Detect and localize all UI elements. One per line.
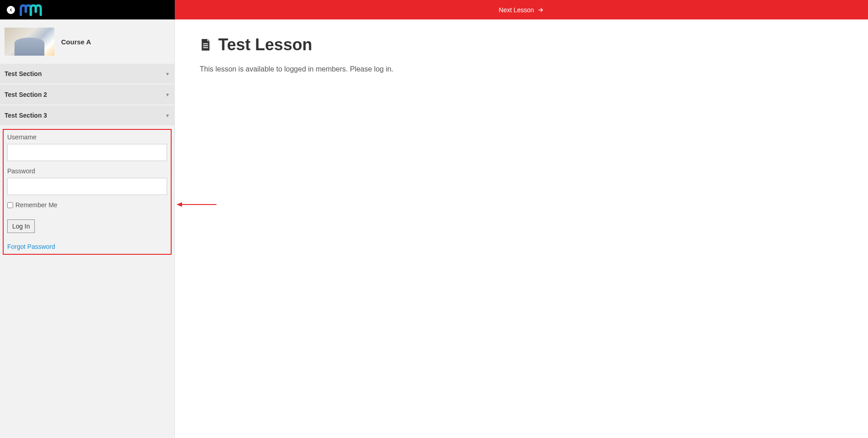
svg-rect-4 [203, 47, 208, 48]
next-lesson-label: Next Lesson [499, 6, 534, 14]
course-title: Course A [61, 38, 91, 46]
forgot-password-link[interactable]: Forgot Password [7, 243, 55, 250]
section-item-1[interactable]: Test Section ▼ [0, 64, 174, 85]
top-bar-left [0, 0, 175, 19]
remember-me-checkbox[interactable] [7, 202, 13, 208]
login-form: Username Password Remember Me Log In For… [3, 129, 172, 255]
username-input[interactable] [7, 144, 167, 161]
remember-me-row: Remember Me [7, 201, 167, 209]
course-thumbnail [5, 28, 54, 56]
arrow-right-icon [537, 7, 544, 13]
lesson-message: This lesson is available to logged in me… [200, 65, 843, 73]
main-container: Course A Test Section ▼ Test Section 2 ▼… [0, 19, 868, 438]
section-label: Test Section 2 [5, 91, 47, 98]
caret-down-icon: ▼ [165, 71, 170, 76]
lesson-title: Test Lesson [218, 35, 312, 54]
section-item-3[interactable]: Test Section 3 ▼ [0, 105, 174, 126]
top-bar: Next Lesson [0, 0, 868, 19]
document-icon [200, 38, 211, 52]
caret-down-icon: ▼ [165, 113, 170, 118]
lesson-header: Test Lesson [200, 35, 843, 54]
password-label: Password [7, 167, 167, 175]
sidebar: Course A Test Section ▼ Test Section 2 ▼… [0, 19, 175, 438]
section-label: Test Section 3 [5, 112, 47, 119]
next-lesson-button[interactable]: Next Lesson [175, 0, 868, 19]
logo-icon [19, 4, 42, 16]
remember-me-label: Remember Me [15, 201, 58, 209]
login-button[interactable]: Log In [7, 219, 35, 233]
svg-rect-3 [203, 45, 208, 46]
course-header: Course A [0, 19, 174, 64]
password-input[interactable] [7, 178, 167, 195]
back-button[interactable] [7, 6, 15, 14]
logo[interactable] [19, 4, 42, 16]
section-item-2[interactable]: Test Section 2 ▼ [0, 85, 174, 105]
content-area: Test Lesson This lesson is available to … [175, 19, 868, 438]
chevron-left-icon [9, 8, 13, 12]
section-label: Test Section [5, 70, 42, 77]
caret-down-icon: ▼ [165, 92, 170, 97]
svg-rect-2 [203, 43, 208, 44]
username-label: Username [7, 133, 167, 141]
